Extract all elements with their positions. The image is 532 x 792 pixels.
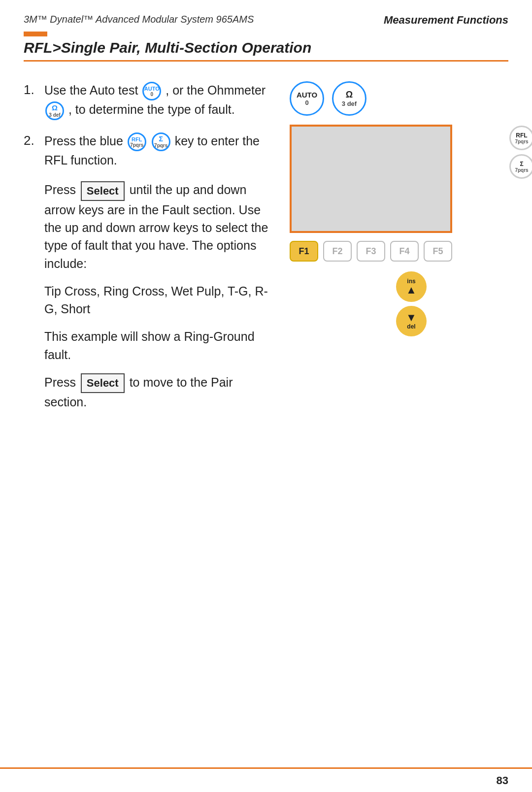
- side-buttons: RFL 7pqrs Σ 7pqrs: [509, 126, 532, 179]
- header-product-name: 3M™ Dynatel™ Advanced Modular System 965…: [24, 14, 254, 25]
- page-number: 83: [497, 774, 508, 787]
- step-2-content: Press the blue RFL 7pqrs Σ 7pqrs key t: [44, 132, 270, 169]
- step-2-number: 2.: [24, 132, 44, 148]
- para-select-pair: Press Select to move to the Pair section…: [44, 373, 270, 411]
- sigma-key-icon: Σ 7pqrs: [152, 132, 170, 151]
- header-section-title: Measurement Functions: [384, 14, 508, 27]
- main-content: 1. Use the Auto test AUTO 0 , or the Ohm…: [0, 66, 532, 421]
- para-example: This example will show a Ring-Ground fau…: [44, 328, 270, 363]
- lcd-screen: [290, 125, 452, 233]
- f5-button[interactable]: F5: [424, 241, 452, 262]
- fn-buttons-row: F1 F2 F3 F4 F5: [290, 241, 508, 262]
- sigma-side-button[interactable]: Σ 7pqrs: [509, 154, 532, 179]
- para-select-fault: Press Select until the up and down arrow…: [44, 181, 270, 272]
- nav-buttons: ins ▲ ▼ del: [314, 271, 508, 336]
- left-column: 1. Use the Auto test AUTO 0 , or the Ohm…: [24, 81, 280, 421]
- f3-button[interactable]: F3: [357, 241, 385, 262]
- nav-down-button[interactable]: ▼ del: [396, 306, 427, 336]
- f1-button[interactable]: F1: [290, 241, 318, 262]
- rfl-side-button[interactable]: RFL 7pqrs: [509, 126, 532, 150]
- page-title: RFL>Single Pair, Multi-Section Operation: [24, 39, 508, 56]
- title-main: Single Pair, Multi-Section Operation: [61, 39, 311, 56]
- f2-button[interactable]: F2: [323, 241, 352, 262]
- header: 3M™ Dynatel™ Advanced Modular System 965…: [0, 0, 532, 32]
- auto-icon: AUTO 0: [142, 82, 161, 100]
- title-accent-bar: [24, 32, 47, 36]
- omega-button[interactable]: Ω 3 def: [332, 81, 366, 116]
- para-fault-options: Tip Cross, Ring Cross, Wet Pulp, T-G, R-…: [44, 282, 270, 318]
- step-1-content: Use the Auto test AUTO 0 , or the Ohmmet…: [44, 81, 270, 120]
- step-1-number: 1.: [24, 81, 44, 98]
- right-column: AUTO 0 Ω 3 def F1 F2 F3 F4 F5: [280, 81, 508, 421]
- select-button-2[interactable]: Select: [81, 373, 125, 393]
- title-prefix: RFL>: [24, 39, 61, 56]
- title-underline: [24, 60, 508, 62]
- page-footer: 83: [0, 767, 532, 792]
- auto-button[interactable]: AUTO 0: [290, 81, 324, 116]
- top-buttons-row: AUTO 0 Ω 3 def: [290, 81, 508, 116]
- step-1: 1. Use the Auto test AUTO 0 , or the Ohm…: [24, 81, 270, 120]
- select-button-1[interactable]: Select: [81, 181, 125, 201]
- f4-button[interactable]: F4: [390, 241, 419, 262]
- title-section: RFL>Single Pair, Multi-Section Operation: [0, 32, 532, 62]
- ohmmeter-icon: Ω 3 def: [45, 101, 64, 120]
- step-2: 2. Press the blue RFL 7pqrs Σ 7pqrs: [24, 132, 270, 169]
- rfl-key-icon: RFL 7pqrs: [128, 132, 146, 151]
- page-container: 3M™ Dynatel™ Advanced Modular System 965…: [0, 0, 532, 792]
- nav-up-button[interactable]: ins ▲: [396, 271, 427, 302]
